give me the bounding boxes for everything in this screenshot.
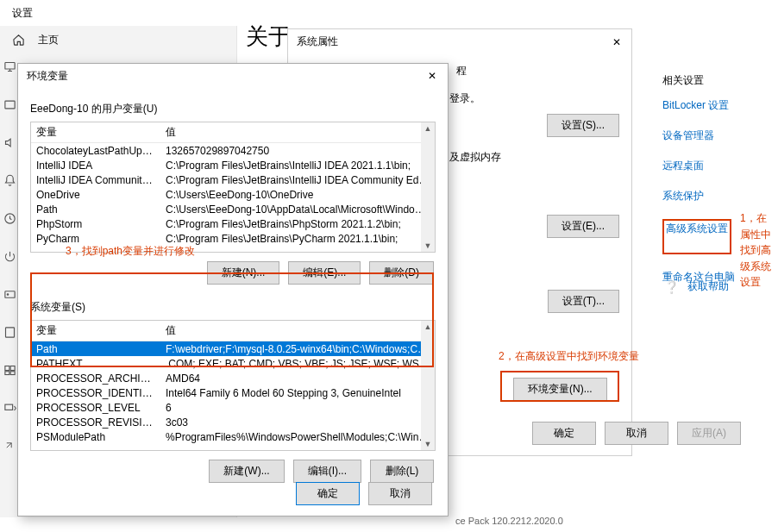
- table-row[interactable]: PROCESSOR_LEVEL6: [31, 400, 435, 415]
- pack-text: ce Pack 120.2212.2020.0: [455, 516, 563, 526]
- settings-s-button[interactable]: 设置(S)...: [547, 114, 619, 137]
- sysprop-ok[interactable]: 确定: [532, 422, 596, 445]
- cell-var: OneDrive: [31, 189, 160, 201]
- link-system-protection[interactable]: 系统保护: [662, 189, 735, 203]
- env-var-button[interactable]: 环境变量(N)...: [513, 378, 607, 401]
- cell-val: 132657029897042750: [160, 145, 435, 157]
- sysprop-close[interactable]: ✕: [607, 33, 626, 52]
- cell-val: Intel64 Family 6 Model 60 Stepping 3, Ge…: [160, 387, 435, 399]
- multitask-icon[interactable]: [3, 364, 17, 378]
- system-icon[interactable]: [3, 98, 17, 112]
- sys-vars-label: 系统变量(S): [30, 300, 436, 315]
- svg-rect-6: [5, 366, 9, 371]
- sys-vars-table[interactable]: 变量 值 PathF:\webdriver;F:\mysql-8.0.25-wi…: [30, 320, 436, 451]
- scroll-up-icon[interactable]: ▲: [424, 124, 432, 133]
- table-row[interactable]: IntelliJ IDEAC:\Program Files\JetBrains\…: [31, 158, 435, 172]
- close-icon: ✕: [612, 36, 621, 48]
- share-icon[interactable]: [3, 440, 17, 454]
- settings-t-button[interactable]: 设置(T)...: [548, 290, 619, 313]
- table-row[interactable]: PSModulePath%ProgramFiles%\WindowsPowerS…: [31, 429, 435, 444]
- env-cancel[interactable]: 取消: [368, 482, 432, 505]
- table-row[interactable]: IntelliJ IDEA Community E...C:\Program F…: [31, 172, 435, 187]
- tablet-icon[interactable]: [3, 326, 17, 340]
- env-title-text: 环境变量: [27, 69, 68, 84]
- settings-e-button[interactable]: 设置(E)...: [547, 215, 619, 238]
- sp-line1: 登录。: [449, 91, 480, 106]
- table-row[interactable]: ChocolateyLastPathUpdate1326570298970427…: [31, 143, 435, 158]
- sysprop-title: 系统属性: [288, 29, 631, 53]
- focus-icon[interactable]: [3, 212, 17, 226]
- link-advanced-system[interactable]: 高级系统设置: [666, 222, 728, 236]
- storage-icon[interactable]: [3, 288, 17, 302]
- user-vars-label: EeeDong-10 的用户变量(U): [30, 102, 436, 116]
- sys-edit-button[interactable]: 编辑(I)...: [293, 460, 361, 483]
- cell-var: PSModulePath: [31, 431, 160, 443]
- cell-var: Path: [31, 343, 160, 355]
- link-get-help[interactable]: 获取帮助: [687, 279, 729, 294]
- related-title: 相关设置: [662, 73, 735, 88]
- svg-rect-0: [5, 63, 15, 70]
- cell-var: IntelliJ IDEA: [31, 160, 160, 172]
- col-var[interactable]: 变量: [31, 122, 160, 142]
- sys-new-button[interactable]: 新建(W)...: [209, 460, 284, 483]
- cell-var: PyCharm: [31, 233, 160, 245]
- sys-scrollbar[interactable]: ▲▼: [421, 321, 435, 450]
- svg-rect-10: [5, 404, 13, 410]
- user-edit-button[interactable]: 编辑(E)...: [288, 261, 361, 285]
- scroll-up-icon[interactable]: ▲: [424, 322, 432, 331]
- user-delete-button[interactable]: 删除(D): [369, 261, 434, 285]
- annotation-3: 3，找到path变量并进行修改: [66, 244, 195, 259]
- table-row[interactable]: PROCESSOR_IDENTIFIERIntel64 Family 6 Mod…: [31, 385, 435, 400]
- cell-var: PROCESSOR_REVISION: [31, 416, 160, 429]
- sidebar-home[interactable]: 主页: [0, 26, 236, 54]
- link-remote-desktop[interactable]: 远程桌面: [662, 159, 735, 173]
- about-heading: 关于: [246, 22, 291, 52]
- display-icon[interactable]: [3, 60, 17, 74]
- sp-line2: 及虚拟内存: [449, 150, 501, 165]
- annotation-1: 1，在属性中找到高级系统设置: [740, 210, 775, 291]
- table-row[interactable]: PathF:\webdriver;F:\mysql-8.0.25-winx64\…: [31, 341, 435, 356]
- cell-var: PROCESSOR_LEVEL: [31, 402, 160, 414]
- svg-point-4: [7, 294, 9, 296]
- cell-val: C:\Program Files\JetBrains\IntelliJ IDEA…: [160, 160, 435, 172]
- cell-val: 6: [160, 402, 435, 414]
- table-row[interactable]: PathC:\Users\EeeDong-10\AppData\Local\Mi…: [31, 202, 435, 216]
- sidebar-home-label: 主页: [38, 33, 59, 47]
- cell-val: C:\Users\EeeDong-10\OneDrive: [160, 189, 435, 201]
- link-bitlocker[interactable]: BitLocker 设置: [662, 98, 735, 113]
- env-close[interactable]: ✕: [424, 67, 441, 84]
- col-val[interactable]: 值: [160, 321, 435, 341]
- cell-val: C:\Program Files\JetBrains\PhpStorm 2021…: [160, 218, 435, 230]
- help-row[interactable]: ❔ 获取帮助: [664, 279, 729, 294]
- close-icon: ✕: [428, 70, 436, 82]
- user-scrollbar[interactable]: ▲▼: [421, 122, 435, 252]
- scroll-down-icon[interactable]: ▼: [424, 241, 432, 250]
- col-val[interactable]: 值: [160, 122, 435, 142]
- sys-delete-button[interactable]: 删除(L): [370, 460, 434, 483]
- link-device-manager[interactable]: 设备管理器: [662, 128, 735, 143]
- svg-rect-9: [10, 372, 15, 375]
- table-row[interactable]: PROCESSOR_REVISION3c03: [31, 415, 435, 429]
- env-ok[interactable]: 确定: [296, 482, 360, 505]
- table-row[interactable]: OneDriveC:\Users\EeeDong-10\OneDrive: [31, 187, 435, 202]
- cell-val: %ProgramFiles%\WindowsPowerShell\Modules…: [160, 431, 435, 443]
- table-row[interactable]: PhpStormC:\Program Files\JetBrains\PhpSt…: [31, 216, 435, 231]
- user-new-button[interactable]: 新建(N)...: [207, 261, 280, 285]
- sound-icon[interactable]: [3, 136, 17, 150]
- user-vars-table[interactable]: 变量 值 ChocolateyLastPathUpdate13265702989…: [30, 122, 436, 253]
- svg-rect-5: [6, 328, 15, 337]
- col-var[interactable]: 变量: [31, 321, 160, 341]
- sysprop-apply[interactable]: 应用(A): [677, 422, 741, 445]
- scroll-down-icon[interactable]: ▼: [424, 440, 432, 448]
- cell-val: F:\webdriver;F:\mysql-8.0.25-winx64\bin;…: [160, 343, 435, 355]
- cell-val: 3c03: [160, 416, 435, 429]
- settings-titlebar: 设置: [0, 0, 778, 26]
- projecting-icon[interactable]: [3, 402, 17, 416]
- power-icon[interactable]: [3, 250, 17, 264]
- table-row[interactable]: PATHEXT.COM;.EXE;.BAT;.CMD;.VBS;.VBE;.JS…: [31, 356, 435, 371]
- notifications-icon[interactable]: [3, 174, 17, 188]
- cell-var: Path: [31, 203, 160, 216]
- sysprop-cancel[interactable]: 取消: [605, 422, 668, 445]
- cell-var: PROCESSOR_ARCHITECT...: [31, 372, 160, 385]
- table-row[interactable]: PROCESSOR_ARCHITECT...AMD64: [31, 371, 435, 385]
